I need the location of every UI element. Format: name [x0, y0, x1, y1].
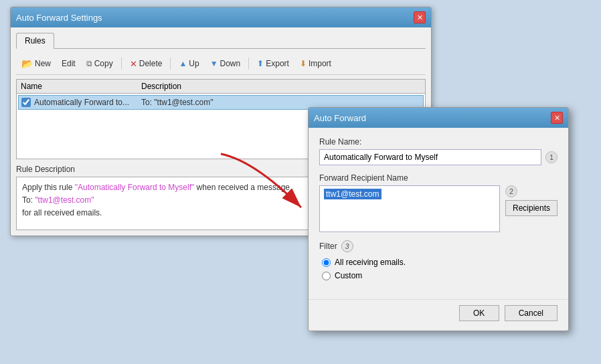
col-desc-header: Description: [141, 82, 421, 91]
rule-to-text: To:: [22, 195, 35, 205]
delete-button[interactable]: ✕ Delete: [126, 58, 167, 70]
radio-custom-input[interactable]: [322, 272, 331, 280]
second-dialog-close-button[interactable]: ✕: [551, 112, 563, 124]
main-dialog-close-button[interactable]: ✕: [414, 11, 426, 23]
radio-group: All receiving emails. Custom: [319, 258, 557, 280]
import-icon: ⬇: [300, 59, 307, 68]
radio-all-emails[interactable]: All receiving emails.: [322, 258, 557, 267]
rule-email-link: "ttw1@test.com": [35, 195, 94, 205]
down-button[interactable]: ▼ Down: [206, 58, 245, 70]
rule-name-cell: Automatically Forward to...: [34, 98, 141, 107]
filter-label: Filter: [319, 242, 337, 251]
rule-name-badge: 1: [545, 151, 557, 163]
radio-custom-label: Custom: [335, 271, 362, 280]
rule-desc-cell: To: "ttw1@test.com": [141, 98, 420, 107]
export-button[interactable]: ⬆ Export: [253, 58, 293, 70]
copy-button[interactable]: ⧉ Copy: [82, 58, 117, 70]
up-icon: ▲: [179, 59, 187, 68]
delete-icon: ✕: [130, 59, 137, 69]
export-label: Export: [266, 59, 289, 68]
rule-desc-middle: when received a message.: [194, 183, 292, 192]
recipient-badge: 2: [505, 185, 517, 197]
col-name-header: Name: [21, 82, 141, 91]
rule-name-input[interactable]: [319, 149, 541, 165]
main-dialog-title: Auto Forward Settings: [16, 13, 102, 23]
cancel-button[interactable]: Cancel: [505, 305, 557, 321]
new-icon: 📂: [21, 58, 33, 69]
rule-name-row: 1: [319, 149, 557, 165]
toolbar: 📂 New Edit ⧉ Copy ✕ Delete ▲ Up ▼ D: [16, 54, 426, 75]
rule-desc-prefix: Apply this rule: [22, 183, 75, 192]
radio-all-input[interactable]: [322, 258, 331, 267]
new-label: New: [35, 59, 51, 68]
import-label: Import: [309, 59, 331, 68]
second-dialog-titlebar: Auto Forward ✕: [309, 108, 568, 128]
tab-rules[interactable]: Rules: [16, 33, 54, 49]
up-button[interactable]: ▲ Up: [175, 58, 203, 70]
second-dialog-body: Rule Name: 1 Forward Recipient Name ttw1…: [309, 128, 568, 299]
tabs-bar: Rules: [16, 33, 426, 49]
filter-badge: 3: [341, 240, 353, 252]
second-dialog-title: Auto Forward: [314, 113, 366, 123]
export-icon: ⬆: [257, 59, 264, 68]
copy-icon: ⧉: [86, 59, 92, 68]
rule-name-label: Rule Name:: [319, 137, 557, 147]
rule-name-link: "Automatically Forward to Myself": [75, 183, 195, 192]
new-button[interactable]: 📂 New: [17, 57, 55, 70]
down-icon: ▼: [210, 59, 218, 68]
second-dialog-footer: OK Cancel: [309, 299, 568, 331]
toolbar-separator-3: [248, 58, 249, 70]
rule-checkbox[interactable]: [21, 98, 31, 107]
filter-section: Filter 3 All receiving emails. Custom: [319, 240, 557, 280]
import-button[interactable]: ⬇ Import: [296, 58, 335, 70]
up-label: Up: [189, 59, 199, 68]
recipient-value: ttw1@test.com: [324, 189, 381, 199]
recipient-name-label: Forward Recipient Name: [319, 173, 557, 183]
recipients-button[interactable]: Recipients: [505, 200, 557, 216]
rules-table-header: Name Description: [17, 80, 425, 94]
toolbar-separator-2: [170, 58, 171, 70]
ok-button[interactable]: OK: [459, 305, 499, 321]
copy-label: Copy: [94, 59, 113, 68]
recipient-row: ttw1@test.com 2 Recipients: [319, 185, 557, 232]
second-dialog: Auto Forward ✕ Rule Name: 1 Forward Reci…: [308, 107, 569, 331]
filter-label-row: Filter 3: [319, 240, 557, 252]
down-label: Down: [220, 59, 241, 68]
recipients-area[interactable]: ttw1@test.com: [319, 185, 500, 232]
edit-button[interactable]: Edit: [58, 58, 80, 70]
radio-custom[interactable]: Custom: [322, 271, 557, 280]
main-dialog-titlebar: Auto Forward Settings ✕: [11, 7, 431, 27]
radio-all-label: All receiving emails.: [335, 258, 406, 267]
delete-label: Delete: [139, 59, 163, 68]
edit-label: Edit: [62, 59, 76, 68]
toolbar-separator-1: [121, 58, 122, 70]
